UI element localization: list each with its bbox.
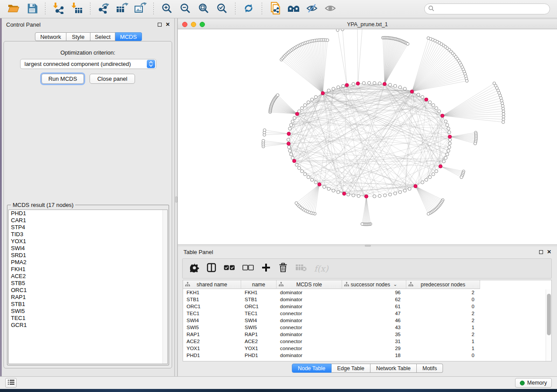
close-panel-button[interactable]: Close panel xyxy=(90,74,135,84)
mcds-result-item[interactable]: YOX1 xyxy=(9,238,167,245)
tab-network[interactable]: Network xyxy=(35,32,66,41)
zoom-fit-button[interactable] xyxy=(196,2,211,16)
table-cell: ACE2 xyxy=(241,338,277,345)
table-cell: ACE2 xyxy=(183,338,241,345)
tab-motifs[interactable]: Motifs xyxy=(417,364,443,373)
memory-label: Memory xyxy=(527,380,547,386)
tab-mcds[interactable]: MCDS xyxy=(115,32,142,41)
table-row[interactable]: TEC1TEC1connector472 xyxy=(183,310,551,317)
table-row[interactable]: SWI4SWI4dominator462 xyxy=(183,317,551,324)
table-cell: 1 xyxy=(406,324,480,331)
mcds-result-item[interactable]: STP4 xyxy=(9,224,167,231)
splitter-grip[interactable] xyxy=(175,196,177,203)
export-network-button[interactable] xyxy=(96,2,111,16)
mcds-result-item[interactable]: ORC1 xyxy=(9,287,167,294)
close-panel-icon[interactable]: ✕ xyxy=(166,22,170,27)
memory-button[interactable]: Memory xyxy=(515,378,552,388)
mcds-result-item[interactable]: ACE2 xyxy=(9,273,167,280)
table-cell: 0 xyxy=(406,296,480,303)
mcds-result-list[interactable]: PHD1CAR1STP4TID3YOX1SWI4SRD1PMA2FKH1ACE2… xyxy=(8,210,168,364)
table-cell: ORC1 xyxy=(241,303,277,310)
show-all-button[interactable] xyxy=(323,2,338,16)
apply-layout-button[interactable] xyxy=(241,2,256,16)
zoom-out-button[interactable] xyxy=(178,2,193,16)
import-table-button[interactable] xyxy=(69,2,84,16)
vertical-splitter[interactable] xyxy=(175,18,178,376)
mcds-result-item[interactable]: TID3 xyxy=(9,231,167,238)
plus-icon xyxy=(262,263,270,274)
export-table-button[interactable] xyxy=(114,2,129,16)
zoom-in-button[interactable] xyxy=(159,2,174,16)
show-column-button[interactable] xyxy=(207,263,216,274)
run-mcds-button[interactable]: Run MCDS xyxy=(42,74,84,84)
list-scrollbar[interactable] xyxy=(163,210,167,364)
tab-select[interactable]: Select xyxy=(90,32,115,41)
float-panel-icon[interactable] xyxy=(158,23,162,27)
table-row[interactable]: PHD1PHD1dominator180 xyxy=(183,352,551,359)
table-row[interactable]: STB1STB1dominator620 xyxy=(183,296,551,303)
column-header[interactable]: shared name xyxy=(183,280,241,289)
optimization-criterion-select[interactable]: largest connected component (undirected) xyxy=(20,59,156,69)
binoculars-icon xyxy=(287,3,300,15)
float-panel-icon[interactable] xyxy=(539,250,543,254)
export-image-button[interactable] xyxy=(133,2,148,16)
table-row[interactable]: FKH1FKH1dominator962 xyxy=(183,289,551,296)
zoom-selected-button[interactable] xyxy=(214,2,229,16)
gear-icon xyxy=(190,263,199,274)
column-header[interactable]: successor nodes⌄ xyxy=(342,280,406,289)
mcds-result-item[interactable]: STB5 xyxy=(9,280,167,287)
import-network-button[interactable] xyxy=(51,2,66,16)
delete-table-button[interactable] xyxy=(295,263,307,274)
table-row[interactable]: SWI5SWI5connector431 xyxy=(183,324,551,331)
tab-node-table[interactable]: Node Table xyxy=(292,364,332,373)
clone-network-button[interactable] xyxy=(268,2,283,16)
table-row[interactable]: ORC1ORC1dominator610 xyxy=(183,303,551,310)
table-cell: 0 xyxy=(406,303,480,310)
table-row[interactable]: RAP1RAP1dominator352 xyxy=(183,331,551,338)
mcds-result-item[interactable]: RAP1 xyxy=(9,294,167,301)
open-file-button[interactable] xyxy=(6,2,21,16)
mcds-result-item[interactable]: SWI4 xyxy=(9,245,167,252)
function-builder-button[interactable]: f(x) xyxy=(314,263,329,274)
table-row[interactable]: YOX1YOX1connector291 xyxy=(183,345,551,352)
column-header[interactable]: MCDS role xyxy=(277,280,342,289)
network-graph[interactable] xyxy=(178,29,557,244)
tab-edge-table[interactable]: Edge Table xyxy=(332,364,370,373)
first-neighbors-button[interactable] xyxy=(286,2,301,16)
task-history-button[interactable] xyxy=(5,378,17,388)
select-all-button[interactable] xyxy=(224,263,235,274)
table-settings-button[interactable] xyxy=(190,263,199,274)
search-input[interactable] xyxy=(436,6,546,12)
column-header[interactable]: predecessor nodes xyxy=(406,280,480,289)
delete-column-button[interactable] xyxy=(278,263,288,274)
network-view-canvas[interactable] xyxy=(178,29,557,244)
table-cell: SWI5 xyxy=(183,324,241,331)
column-header[interactable]: name xyxy=(241,280,277,289)
mcds-result-item[interactable]: STB1 xyxy=(9,301,167,308)
tab-style[interactable]: Style xyxy=(66,32,90,41)
save-session-button[interactable] xyxy=(24,2,39,16)
network-search-box[interactable] xyxy=(424,3,550,14)
table-header-row: shared namenameMCDS rolesuccessor nodes⌄… xyxy=(183,280,551,289)
table-row[interactable]: ACE2ACE2connector311 xyxy=(183,338,551,345)
tab-network-table[interactable]: Network Table xyxy=(370,364,417,373)
control-panel-tabs: Network Style Select MCDS xyxy=(35,32,142,41)
mcds-result-item[interactable]: SRD1 xyxy=(9,252,167,259)
close-panel-icon[interactable]: ✕ xyxy=(547,249,551,254)
mcds-result-item[interactable]: CAR1 xyxy=(9,217,167,224)
mcds-result-item[interactable]: PHD1 xyxy=(9,210,167,217)
add-column-button[interactable] xyxy=(261,263,271,274)
mcds-result-item[interactable]: SWI5 xyxy=(9,308,167,315)
hide-selected-button[interactable] xyxy=(304,2,319,16)
network-window-titlebar[interactable]: YPA_prune.txt_1 xyxy=(178,20,557,29)
mcds-result-item[interactable]: GCR1 xyxy=(9,322,167,329)
table-cell: 46 xyxy=(342,317,406,324)
table-scrollbar[interactable] xyxy=(546,289,551,361)
deselect-all-button[interactable] xyxy=(242,263,254,274)
table-cell: 61 xyxy=(342,303,406,310)
mcds-result-item[interactable]: FKH1 xyxy=(9,266,167,273)
mcds-result-item[interactable]: TEC1 xyxy=(9,315,167,322)
clone-network-icon xyxy=(270,2,281,17)
scrollbar-thumb[interactable] xyxy=(547,294,551,335)
mcds-result-item[interactable]: PMA2 xyxy=(9,259,167,266)
